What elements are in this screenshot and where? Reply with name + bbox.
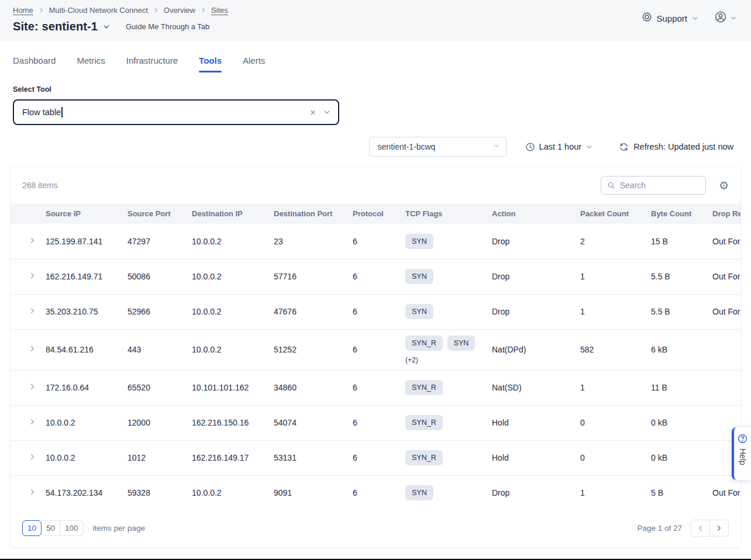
cell-tcp-flags: SYN [405, 475, 492, 510]
table-scroll-area[interactable]: Source IPSource PortDestination IPDestin… [11, 203, 740, 510]
row-expand-button[interactable] [28, 452, 37, 461]
cell-destination-port: 47676 [274, 294, 353, 329]
cell-destination-ip: 162.216.149.17 [192, 440, 274, 475]
cell-source-port: 50086 [128, 259, 192, 294]
prev-page-button[interactable] [691, 520, 709, 536]
tool-select-section: Select Tool Flow table × [0, 72, 751, 125]
breadcrumb-item[interactable]: Multi-Cloud Network Connect [49, 6, 148, 15]
guide-me-link[interactable]: Guide Me Through a Tab [126, 22, 209, 31]
tab-tools[interactable]: Tools [199, 56, 222, 72]
breadcrumb: HomeMulti-Cloud Network ConnectOverviewS… [13, 6, 738, 15]
help-tab[interactable]: Help [732, 427, 751, 480]
cell-source-port: 47297 [128, 224, 192, 259]
tcp-flag-badge: SYN_R [405, 380, 443, 395]
search-icon [607, 181, 615, 190]
chevron-right-icon [38, 7, 44, 13]
cell-destination-port: 51252 [274, 329, 353, 370]
tcp-flag-badge: SYN [405, 304, 433, 319]
refresh-button[interactable]: Refresh: Updated just now [619, 142, 733, 152]
tcp-flag-badge: SYN_R [405, 415, 443, 430]
cell-drop-reason: Out For [712, 475, 740, 510]
tool-combobox[interactable]: Flow table × [13, 99, 339, 125]
page-size-10[interactable]: 10 [22, 520, 42, 536]
row-expand-button[interactable] [28, 417, 37, 426]
cell-destination-ip: 10.101.101.162 [192, 370, 274, 405]
cell-tcp-flags: SYN_R [405, 370, 492, 405]
clear-icon[interactable]: × [310, 108, 316, 117]
cell-drop-reason: Out For [712, 294, 740, 329]
chevron-right-icon [28, 417, 37, 426]
breadcrumb-item[interactable]: Home [13, 6, 33, 15]
cell-destination-ip: 10.0.0.2 [192, 475, 274, 510]
site-title-dropdown-chevron-icon[interactable] [102, 23, 111, 31]
row-expand-button[interactable] [28, 344, 37, 353]
cell-destination-port: 9091 [274, 475, 353, 510]
cell-source-port: 443 [128, 329, 192, 370]
cell-destination-ip: 10.0.0.2 [192, 259, 274, 294]
search-input[interactable] [620, 181, 700, 190]
cell-destination-ip: 162.216.150.16 [192, 405, 274, 440]
row-expand-button[interactable] [28, 236, 37, 245]
chevron-right-icon [200, 7, 206, 13]
chevron-left-icon [696, 524, 705, 533]
chevron-right-icon [28, 452, 37, 461]
time-range-selector[interactable]: Last 1 hour [525, 142, 594, 152]
page-info: Page 1 of 27 [637, 524, 682, 533]
breadcrumb-item[interactable]: Sites [211, 6, 228, 15]
cell-packet-count: 1 [580, 475, 651, 510]
chevron-right-icon [28, 306, 37, 315]
chevron-down-icon [730, 15, 737, 22]
cell-destination-port: 23 [274, 224, 353, 259]
tab-infrastructure[interactable]: Infrastructure [126, 56, 178, 72]
chevron-right-icon [153, 7, 159, 13]
pagination-nav [690, 520, 729, 537]
cell-packet-count: 1 [580, 259, 651, 294]
page-size-50[interactable]: 50 [42, 520, 60, 536]
table-toolbar: 268 items ⚙ [11, 167, 740, 203]
page-title: Site: sentient-1 [13, 20, 98, 33]
cell-expander [11, 224, 46, 259]
chevron-right-icon [28, 488, 37, 496]
cell-protocol: 6 [353, 329, 405, 370]
gear-icon[interactable]: ⚙ [719, 180, 729, 191]
row-expand-button[interactable] [28, 488, 37, 496]
cell-source-port: 65520 [128, 370, 192, 405]
chevron-down-icon[interactable] [323, 108, 331, 116]
top-bar: HomeMulti-Cloud Network ConnectOverviewS… [0, 0, 751, 42]
column-header: TCP Flags [405, 203, 492, 224]
column-header: Drop Rea [712, 203, 740, 224]
per-page-label: items per page [93, 524, 145, 533]
chevron-right-icon [715, 524, 724, 533]
chevron-right-icon [28, 236, 37, 245]
tab-metrics[interactable]: Metrics [77, 56, 105, 72]
refresh-icon [619, 142, 629, 152]
support-menu[interactable]: Support [642, 12, 699, 25]
page-size-group: 1050100 [22, 520, 84, 536]
filter-row: sentient-1-bcwq Last 1 hour Refresh: Upd… [0, 125, 751, 157]
table-row: 35.203.210.75 52966 10.0.0.2 47676 6 SYN… [11, 294, 740, 329]
row-expand-button[interactable] [28, 306, 37, 315]
cell-expander [11, 475, 46, 510]
cell-tcp-flags: SYN [405, 259, 492, 294]
title-row: Site: sentient-1 Guide Me Through a Tab [13, 20, 738, 33]
next-page-button[interactable] [709, 520, 728, 536]
cell-destination-port: 34860 [274, 370, 353, 405]
node-select-dropdown[interactable]: sentient-1-bcwq [369, 137, 507, 157]
row-expand-button[interactable] [28, 382, 37, 391]
cell-source-ip: 10.0.0.2 [46, 440, 128, 475]
row-expand-button[interactable] [28, 271, 37, 280]
tab-dashboard[interactable]: Dashboard [13, 56, 56, 72]
cell-byte-count: 6 kB [651, 329, 712, 370]
clock-icon [525, 142, 535, 152]
select-tool-label: Select Tool [13, 85, 738, 94]
text-caret [61, 107, 63, 117]
cell-packet-count: 1 [580, 294, 651, 329]
tcp-flag-badge: SYN_R [405, 336, 443, 351]
tab-alerts[interactable]: Alerts [243, 56, 265, 72]
cell-action: Drop [492, 224, 580, 259]
page-size-100[interactable]: 100 [60, 520, 84, 536]
search-box [601, 176, 706, 195]
account-menu[interactable] [714, 11, 737, 26]
cell-byte-count: 5 B [651, 475, 712, 510]
breadcrumb-item[interactable]: Overview [164, 6, 195, 15]
